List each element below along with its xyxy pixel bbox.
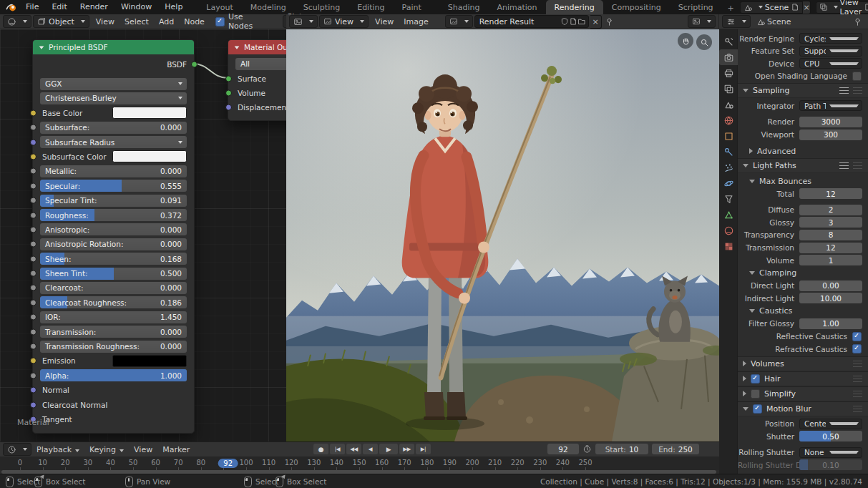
display-channels-button[interactable]	[688, 15, 716, 28]
socket-specular-tint[interactable]	[30, 197, 36, 204]
prop-device[interactable]: DeviceCPU	[738, 58, 868, 69]
socket-subsurface-radius[interactable]	[30, 139, 36, 145]
current-frame-field[interactable]: 92	[547, 444, 579, 454]
row-sheen-tint[interactable]: Sheen Tint:0.500	[33, 267, 194, 280]
shader-menu-select[interactable]: Select	[120, 14, 154, 29]
prop-viewport[interactable]: Viewport300	[738, 130, 868, 140]
principled-bsdf-node[interactable]: Principled BSDF BSDF GGXChristensen-Burl…	[32, 39, 195, 434]
panel-motion-blur[interactable]: Motion Blur	[738, 401, 868, 416]
field-filter-glossy[interactable]: 1.00	[799, 318, 862, 329]
shader-menu-view[interactable]: View	[91, 14, 120, 29]
prop-direct-light[interactable]: Direct Light0.00	[738, 280, 868, 291]
workspace-tab-scripting[interactable]: Scripting	[670, 0, 722, 14]
panel-hair[interactable]: Hair	[738, 371, 868, 386]
preset-menu-icon[interactable]	[839, 162, 849, 169]
socket-sheen-tint[interactable]	[30, 270, 36, 277]
field-rolling-shutter-dur[interactable]: 0.10	[799, 459, 862, 470]
prop-shutter[interactable]: Shutter0.50	[738, 431, 868, 441]
checkbox-icon[interactable]	[751, 374, 760, 384]
subpanel-max-bounces[interactable]: Max Bounces	[738, 175, 868, 187]
material-output-node[interactable]: Material Output All SurfaceVolumeDisplac…	[228, 39, 286, 121]
properties-tab-modifiers[interactable]	[719, 144, 738, 160]
color-swatch-emission[interactable]	[112, 355, 187, 367]
row-anisotropic-rotation[interactable]: Anisotropic Rotation:0.000	[33, 238, 194, 250]
row-transmission[interactable]: Transmission:0.000	[33, 326, 194, 338]
pin-icon[interactable]	[853, 17, 862, 26]
socket-clearcoat[interactable]	[30, 285, 36, 291]
workspace-tab-uv-editing[interactable]: UV Editing	[348, 0, 393, 14]
field-indirect-light[interactable]: 10.00	[799, 293, 862, 303]
row-base-color[interactable]: Base Color	[33, 107, 194, 119]
row-clearcoat-normal[interactable]: Clearcoat Normal	[33, 399, 194, 411]
dropdown-position[interactable]: Center on Frame	[799, 419, 862, 429]
open-image-folder-icon[interactable]	[577, 17, 588, 26]
field-clearcoat[interactable]: Clearcoat:0.000	[40, 282, 187, 294]
row-alpha[interactable]: Alpha:1.000	[33, 369, 194, 382]
properties-tab-particles[interactable]	[719, 160, 738, 175]
row-anisotropic[interactable]: Anisotropic:0.000	[33, 223, 194, 236]
dropdown-subsurface-radius[interactable]: Subsurface Radius	[40, 136, 187, 148]
socket-emission[interactable]	[30, 358, 36, 364]
field-glossy[interactable]: 3	[799, 217, 862, 228]
row-subsurface-color[interactable]: Subsurface Color	[33, 150, 194, 163]
jump-to-end-button[interactable]: ▶|	[416, 444, 431, 454]
row-ggx[interactable]: GGX	[33, 77, 194, 90]
current-frame-indicator[interactable]: 92	[218, 459, 238, 468]
play-reverse-button[interactable]: ◀	[363, 444, 378, 454]
properties-tab-render[interactable]	[719, 49, 738, 65]
row-subsurface[interactable]: Subsurface:0.000	[33, 121, 194, 134]
use-nodes-toggle[interactable]: Use Nodes	[215, 12, 253, 31]
view-layer-selector[interactable]: View Layer	[816, 1, 868, 14]
prop-transparency[interactable]: Transparency8	[738, 230, 868, 240]
editor-type-button[interactable]	[3, 443, 31, 456]
shader-type-dropdown[interactable]: Object	[33, 15, 89, 28]
dropdown-render-engine[interactable]: Cycles	[799, 33, 862, 44]
checkbox-icon[interactable]	[852, 72, 862, 81]
workspace-tab-rendering[interactable]: Rendering	[546, 0, 603, 14]
field-roughness[interactable]: Roughness:0.372	[40, 209, 187, 221]
properties-tab-tool[interactable]	[719, 34, 738, 49]
add-workspace-button[interactable]: +	[722, 1, 740, 14]
prop-transmission[interactable]: Transmission12	[738, 243, 868, 253]
record-button[interactable]: ●	[313, 444, 328, 454]
field-total[interactable]: 12	[799, 188, 862, 199]
new-view-layer-icon[interactable]	[864, 3, 868, 11]
field-specular[interactable]: Specular:0.555	[40, 180, 187, 192]
prop-feature-set[interactable]: Feature SetSupported	[738, 46, 868, 57]
editor-type-button[interactable]	[722, 15, 751, 28]
pin-icon[interactable]	[605, 17, 614, 26]
image-editor-viewport[interactable]	[286, 29, 719, 441]
prop-filter-glossy[interactable]: Filter Glossy1.00	[738, 318, 868, 329]
prop-volume[interactable]: Volume1	[738, 255, 868, 265]
dropdown-integrator[interactable]: Path Tracing	[799, 100, 862, 111]
checkbox-icon[interactable]	[852, 344, 862, 353]
socket-clearcoat-normal[interactable]	[30, 401, 36, 408]
timeline-menu-view[interactable]: View	[129, 442, 157, 457]
row-specular[interactable]: Specular:0.555	[33, 180, 194, 192]
prop-position[interactable]: PositionCenter on Frame	[738, 419, 868, 429]
color-swatch-base-color[interactable]	[112, 107, 187, 119]
field-metallic[interactable]: Metallic:0.000	[40, 165, 187, 177]
menu-help[interactable]: Help	[158, 0, 189, 14]
panel-volumes[interactable]: Volumes	[738, 356, 868, 371]
field-anisotropic[interactable]: Anisotropic:0.000	[40, 223, 187, 235]
workspace-tab-texture-paint[interactable]: Texture Paint	[394, 0, 439, 14]
image-menu-view[interactable]: View	[370, 14, 399, 29]
node-header[interactable]: Principled BSDF	[33, 40, 194, 54]
prop-total[interactable]: Total12	[738, 188, 868, 199]
field-volume[interactable]: 1	[799, 255, 862, 265]
unlink-scene-button[interactable]: ×	[803, 1, 810, 14]
fake-user-shield-icon[interactable]	[560, 17, 569, 26]
row-normal[interactable]: Normal	[33, 384, 194, 396]
properties-tab-output[interactable]	[719, 65, 738, 81]
play-button[interactable]: ▶	[379, 444, 398, 454]
row-tangent[interactable]: Tangent	[33, 413, 194, 426]
prev-keyframe-button[interactable]: ◀◀	[346, 444, 361, 454]
properties-tab-world[interactable]	[719, 112, 738, 128]
row-subsurface-radius[interactable]: Subsurface Radius	[33, 136, 194, 149]
panel-simplify[interactable]: Simplify	[738, 386, 868, 401]
field-shutter[interactable]: 0.50	[799, 431, 862, 441]
zoom-view-button[interactable]	[696, 34, 712, 50]
prop-render-engine[interactable]: Render EngineCycles	[738, 33, 868, 44]
row-roughness[interactable]: Roughness:0.372	[33, 209, 194, 222]
